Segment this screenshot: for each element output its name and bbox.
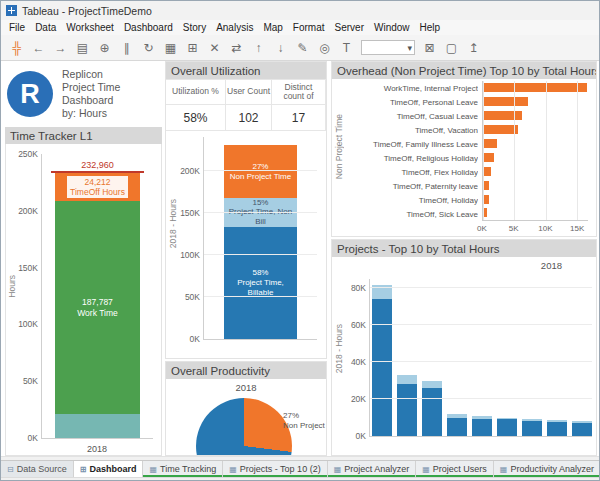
bar[interactable] xyxy=(572,421,592,436)
bar-segment[interactable]: 27% Non Project Time xyxy=(224,145,296,197)
swap-rows-columns-icon[interactable]: ⇄ xyxy=(229,41,244,55)
category-label: TimeOff, Flex Holiday xyxy=(346,168,478,177)
toolbar: ╬←→▤⊕∥↻▦⊞✕⇄↑↓✎◎T▾⊠▢↥ xyxy=(1,35,599,61)
bar[interactable] xyxy=(397,375,417,436)
menu-server[interactable]: Server xyxy=(330,22,369,33)
productivity-chart: 2018 27% Non Project xyxy=(166,379,326,455)
tableau-logo-icon[interactable]: ╬ xyxy=(9,41,24,55)
y-tick: 100K xyxy=(180,250,200,260)
share-icon[interactable]: ↥ xyxy=(466,41,481,55)
menu-worksheet[interactable]: Worksheet xyxy=(61,22,119,33)
redo-icon[interactable]: → xyxy=(53,41,68,55)
duplicate-sheet-icon[interactable]: ⊞ xyxy=(185,41,200,55)
fix-axes-icon[interactable]: ⊠ xyxy=(422,41,437,55)
bar[interactable] xyxy=(483,125,518,134)
ou-bar[interactable]: 58% Project Time, Billable15% Project Ti… xyxy=(224,145,296,339)
menu-analysis[interactable]: Analysis xyxy=(211,22,258,33)
tab-dashboard[interactable]: ⊞Dashboard xyxy=(74,461,144,477)
group-members-icon[interactable]: ◎ xyxy=(317,41,332,55)
tab-productivity-analyzer[interactable]: ▦Productivity Analyzer xyxy=(494,461,599,477)
bar[interactable] xyxy=(483,167,491,176)
menu-help[interactable]: Help xyxy=(415,22,446,33)
bar[interactable] xyxy=(483,83,587,92)
bar[interactable] xyxy=(522,419,542,436)
tab-project-analyzer[interactable]: ▦Project Analyzer xyxy=(328,461,417,477)
bar-segment-main xyxy=(372,299,392,436)
ou-plot: 58% Project Time, Billable15% Project Ti… xyxy=(203,137,317,340)
segment-label: 58% Project Time, Billable xyxy=(224,268,296,297)
bar[interactable] xyxy=(447,414,467,436)
menu-data[interactable]: Data xyxy=(30,22,61,33)
status-strip xyxy=(1,477,599,480)
menu-window[interactable]: Window xyxy=(369,22,415,33)
pause-updates-icon[interactable]: ∥ xyxy=(119,41,134,55)
fit-selector[interactable]: ▾ xyxy=(361,40,415,55)
bar[interactable] xyxy=(483,139,497,148)
tt-yaxis: 0K50K100K150K200K250K xyxy=(14,154,38,439)
show-mark-labels-icon[interactable]: T xyxy=(339,41,354,55)
highlight-icon[interactable]: ✎ xyxy=(295,41,310,55)
replicon-logo-icon: R xyxy=(7,71,53,117)
tab-bar: ⊟Data Source⊞Dashboard▦Time Tracking▦Pro… xyxy=(1,460,599,477)
oh-plot xyxy=(482,81,588,221)
bar-segment[interactable]: 24,212 TimeOff Hours xyxy=(55,173,139,201)
table-value: 102 xyxy=(226,105,272,131)
y-tick: 100K xyxy=(18,319,38,329)
menu-file[interactable]: File xyxy=(4,22,30,33)
tab-label: Project Analyzer xyxy=(344,464,409,474)
bar[interactable] xyxy=(497,418,517,436)
gridline xyxy=(546,81,547,220)
y-tick: 200K xyxy=(180,166,200,176)
save-icon[interactable]: ▤ xyxy=(75,41,90,55)
bar-row xyxy=(483,208,588,217)
clear-sheet-icon[interactable]: ✕ xyxy=(207,41,222,55)
menu-format[interactable]: Format xyxy=(288,22,330,33)
tt-bar[interactable]: 187,787 Work Time24,212 TimeOff Hours xyxy=(55,173,139,438)
bar-row xyxy=(483,139,588,148)
segment-label: 187,787 Work Time xyxy=(77,297,117,317)
tab-data-source[interactable]: ⊟Data Source xyxy=(1,461,74,477)
gridline xyxy=(204,170,317,171)
overall-utilization-title: Overall Utilization xyxy=(166,62,326,79)
undo-icon[interactable]: ← xyxy=(31,41,46,55)
time-tracker-panel: Time Tracker L1 Hours 0K50K100K150K200K2… xyxy=(5,127,162,456)
gridline xyxy=(370,398,592,399)
oh-bars xyxy=(483,81,588,220)
tab-projects-top-10-2[interactable]: ▦Projects - Top 10 (2) xyxy=(223,461,327,477)
x-tick: 0K xyxy=(477,224,487,233)
bar-segment-main xyxy=(422,388,442,436)
run-update-icon[interactable]: ↻ xyxy=(141,41,156,55)
tab-time-tracking[interactable]: ▦Time Tracking xyxy=(143,461,223,477)
productivity-pie[interactable] xyxy=(196,398,292,455)
bar-row xyxy=(483,195,588,204)
new-worksheet-icon[interactable]: ▦ xyxy=(163,41,178,55)
sheet-icon: ▦ xyxy=(149,465,157,474)
time-tracker-xlabel: 2018 xyxy=(41,444,153,454)
menu-map[interactable]: Map xyxy=(258,22,287,33)
bar-segment-main xyxy=(447,418,467,437)
bar[interactable] xyxy=(547,420,567,436)
menu-story[interactable]: Story xyxy=(178,22,211,33)
gridline xyxy=(370,324,592,325)
bar-segment[interactable]: 187,787 Work Time xyxy=(55,201,139,414)
y-tick: 40K xyxy=(351,357,366,367)
sort-descending-icon[interactable]: ↓ xyxy=(273,41,288,55)
segment-label: 24,212 TimeOff Hours xyxy=(67,176,128,198)
bar-segment[interactable] xyxy=(55,414,139,438)
menu-dashboard[interactable]: Dashboard xyxy=(119,22,178,33)
bar[interactable] xyxy=(483,97,528,106)
tab-project-users[interactable]: ▦Project Users xyxy=(416,461,494,477)
bar-row xyxy=(483,97,588,106)
sheet-icon: ▦ xyxy=(229,465,237,474)
add-data-source-icon[interactable]: ⊕ xyxy=(97,41,112,55)
bar[interactable] xyxy=(422,381,442,436)
overall-productivity-title: Overall Productivity xyxy=(166,362,326,379)
bar-segment-main xyxy=(472,419,492,437)
bar-segment[interactable]: 58% Project Time, Billable xyxy=(224,227,296,339)
sort-ascending-icon[interactable]: ↑ xyxy=(251,41,266,55)
gridline xyxy=(577,81,578,220)
bar[interactable] xyxy=(483,153,494,162)
presentation-mode-icon[interactable]: ▢ xyxy=(444,41,459,55)
bar[interactable] xyxy=(483,111,522,120)
bar[interactable] xyxy=(472,416,492,436)
